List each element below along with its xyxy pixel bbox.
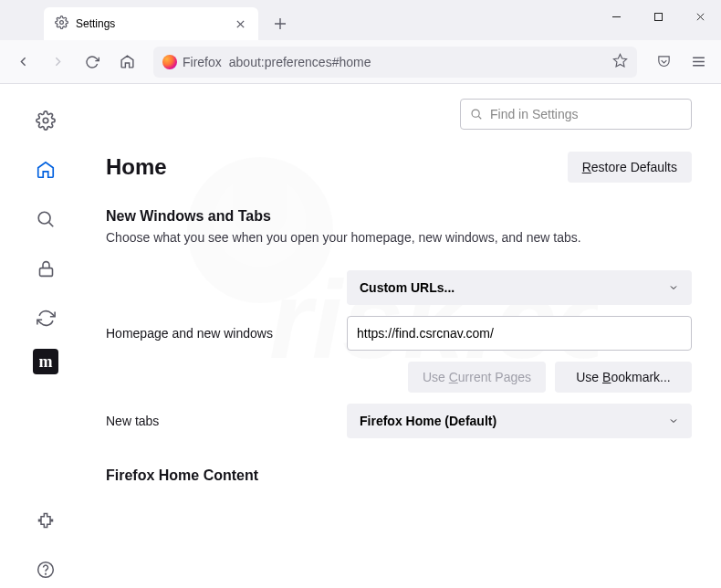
settings-main: Find in Settings Home Restore Defaults N… bbox=[91, 84, 721, 588]
svg-rect-3 bbox=[654, 13, 662, 20]
homepage-label: Homepage and new windows bbox=[106, 326, 334, 341]
browser-toolbar: Firefox about:preferences#home bbox=[0, 40, 721, 84]
reload-button[interactable] bbox=[77, 47, 108, 78]
home-button[interactable] bbox=[111, 47, 142, 78]
search-placeholder: Find in Settings bbox=[490, 107, 579, 121]
sidebar-search-icon[interactable] bbox=[27, 201, 64, 237]
new-tab-button[interactable] bbox=[266, 9, 295, 38]
forward-button bbox=[42, 47, 73, 78]
sidebar-help-icon[interactable] bbox=[27, 551, 64, 588]
sidebar-sync-icon[interactable] bbox=[27, 299, 64, 336]
close-tab-button[interactable] bbox=[233, 16, 247, 31]
identity-label: Firefox bbox=[183, 55, 222, 69]
sidebar-extensions-icon[interactable] bbox=[27, 502, 64, 539]
site-identity[interactable]: Firefox bbox=[162, 55, 222, 69]
back-button[interactable] bbox=[7, 47, 38, 78]
maximize-button[interactable] bbox=[637, 0, 679, 33]
newtabs-dropdown[interactable]: Firefox Home (Default) bbox=[347, 404, 692, 438]
page-title: Home bbox=[106, 154, 167, 180]
newtabs-label: New tabs bbox=[106, 414, 334, 428]
bookmark-star-icon[interactable] bbox=[612, 53, 628, 71]
svg-point-9 bbox=[46, 573, 47, 574]
firefox-icon bbox=[162, 55, 177, 69]
dropdown-value: Custom URLs... bbox=[360, 280, 455, 295]
homepage-url-input[interactable] bbox=[347, 316, 692, 351]
use-bookmark-button[interactable]: Use Bookmark... bbox=[555, 362, 692, 393]
search-settings-input[interactable]: Find in Settings bbox=[460, 99, 692, 130]
section-subtitle: Choose what you see when you open your h… bbox=[106, 230, 692, 245]
url-text: about:preferences#home bbox=[229, 55, 371, 69]
svg-point-10 bbox=[472, 110, 479, 117]
window-controls bbox=[595, 0, 721, 33]
chevron-down-icon bbox=[668, 282, 679, 293]
tab-title: Settings bbox=[76, 17, 115, 30]
section-heading-new-windows: New Windows and Tabs bbox=[106, 208, 692, 225]
minimize-button[interactable] bbox=[595, 0, 637, 33]
sidebar-more-icon[interactable]: m bbox=[33, 349, 58, 374]
section-heading-home-content: Firefox Home Content bbox=[106, 467, 692, 484]
sidebar-general-icon[interactable] bbox=[27, 102, 64, 139]
sidebar-privacy-icon[interactable] bbox=[27, 250, 64, 287]
search-icon bbox=[470, 108, 483, 121]
menu-button[interactable] bbox=[683, 47, 714, 78]
settings-sidebar: m bbox=[0, 84, 91, 588]
homepage-mode-dropdown[interactable]: Custom URLs... bbox=[347, 270, 692, 305]
svg-point-5 bbox=[43, 118, 48, 123]
restore-defaults-button[interactable]: Restore Defaults bbox=[568, 152, 692, 183]
use-current-pages-button: Use Current Pages bbox=[408, 362, 546, 393]
svg-marker-4 bbox=[613, 54, 626, 66]
close-window-button[interactable] bbox=[679, 0, 721, 33]
svg-point-2 bbox=[60, 21, 64, 25]
sidebar-home-icon[interactable] bbox=[27, 152, 64, 188]
dropdown-value: Firefox Home (Default) bbox=[360, 414, 496, 428]
url-bar[interactable]: Firefox about:preferences#home bbox=[153, 47, 637, 78]
titlebar: Settings bbox=[0, 0, 721, 40]
chevron-down-icon bbox=[668, 415, 679, 426]
browser-tab-active[interactable]: Settings bbox=[44, 7, 258, 40]
pocket-button[interactable] bbox=[648, 47, 679, 78]
svg-rect-7 bbox=[39, 268, 52, 276]
svg-point-6 bbox=[38, 212, 50, 224]
gear-icon bbox=[55, 16, 68, 32]
